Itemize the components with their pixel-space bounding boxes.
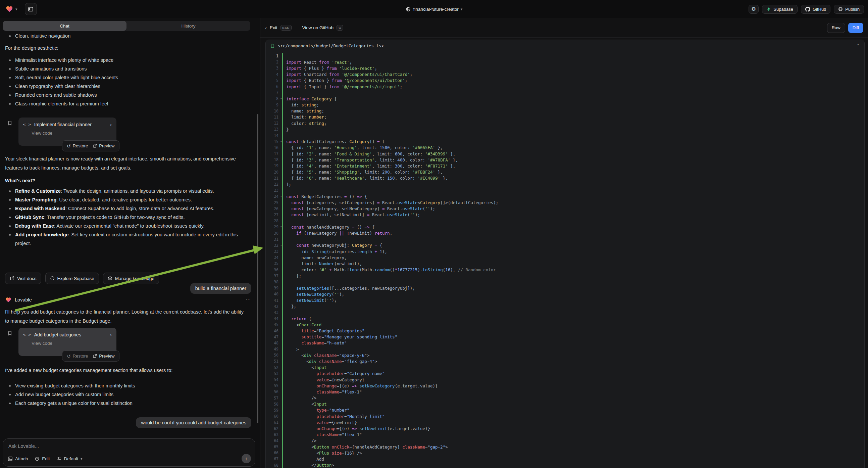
restore-button[interactable]: ↺ Restore [67, 353, 88, 359]
code-line[interactable]: 19 { id: '4', name: 'Entertainment', lim… [266, 163, 864, 169]
code-line[interactable]: 30 if (!newCategory || !newLimit) return… [266, 230, 864, 236]
fold-chevron-icon[interactable]: ▾ [280, 244, 282, 247]
code-line[interactable]: 35 limit: Number(newLimit), [266, 261, 864, 267]
code-line[interactable]: 16 { id: '1', name: 'Housing', limit: 15… [266, 145, 864, 151]
mode-select[interactable]: Default ▾ [57, 456, 83, 461]
code-line[interactable]: 37 }; [266, 273, 864, 279]
code-line[interactable]: 17 { id: '2', name: 'Food & Dining', lim… [266, 151, 864, 157]
code-line[interactable]: 33 id: String(categories.length + 1), [266, 248, 864, 255]
visit-docs-button[interactable]: Visit docs [5, 273, 41, 284]
code-line[interactable]: 25 const [categories, setCategories] = R… [266, 200, 864, 206]
code-line[interactable]: 34 name: newCategory, [266, 255, 864, 261]
code-line[interactable]: 55 onChange={(e) => setNewCategory(e.tar… [266, 383, 864, 389]
code-line[interactable]: 9 id: string; [266, 102, 864, 108]
code-line[interactable]: 59 type="number" [266, 407, 864, 413]
fold-chevron-icon[interactable]: ▾ [280, 97, 282, 100]
tab-history[interactable]: History [126, 21, 250, 31]
view-on-github-button[interactable]: View on GitHub G [302, 25, 343, 31]
code-line[interactable]: 57 /> [266, 395, 864, 401]
code-line[interactable]: 22]; [266, 181, 864, 187]
code-line[interactable]: 36 color: '#' + Math.floor(Math.random()… [266, 267, 864, 273]
code-line[interactable]: 49 > [266, 346, 864, 352]
code-line[interactable]: 41 setNewLimit(''); [266, 297, 864, 303]
settings-button[interactable]: ⚙ [749, 5, 758, 14]
explore-supabase-button[interactable]: Explore Supabase [45, 273, 99, 284]
code-line[interactable]: 18 { id: '3', name: 'Transportation', li… [266, 157, 864, 163]
chat-scrollbar[interactable] [257, 114, 258, 423]
code-line[interactable]: 65 <Button onClick={handleAddCategory} c… [266, 444, 864, 450]
fold-chevron-icon[interactable]: ▾ [280, 195, 282, 198]
code-line[interactable]: 14 [266, 132, 864, 138]
github-button[interactable]: GitHub [801, 5, 830, 14]
tab-chat[interactable]: Chat [3, 21, 126, 31]
code-line[interactable]: 39 setCategories([...categories, newCate… [266, 285, 864, 291]
code-line[interactable]: 1 [266, 53, 864, 59]
toggle-sidebar-button[interactable] [25, 3, 37, 15]
code-line[interactable]: 12 color: string; [266, 120, 864, 126]
code-line[interactable]: 27 const [newLimit, setNewLimit] = React… [266, 212, 864, 218]
code-line[interactable]: 13} [266, 126, 864, 132]
code-line[interactable]: 58 <Input [266, 401, 864, 407]
code-line[interactable]: 54 value={newCategory} [266, 377, 864, 383]
code-line[interactable]: 45 <ChartCard [266, 322, 864, 328]
more-options-icon[interactable]: ⋯ [246, 297, 251, 303]
fold-chevron-icon[interactable]: ▾ [280, 225, 282, 228]
code-line[interactable]: 31 [266, 236, 864, 242]
code-line[interactable]: 56 className="flex-1" [266, 389, 864, 395]
edit-button[interactable]: Edit [35, 456, 50, 461]
preview-button[interactable]: Preview [93, 353, 115, 358]
raw-button[interactable]: Raw [827, 23, 845, 33]
code-line[interactable]: 67 Add [266, 456, 864, 462]
chat-input[interactable]: Ask Lovable... [8, 443, 250, 449]
code-line[interactable]: 2import React from 'react'; [266, 59, 864, 65]
attach-button[interactable]: Attach [8, 456, 28, 461]
code-line[interactable]: 28 [266, 218, 864, 224]
view-code-link[interactable]: View code [32, 341, 112, 346]
code-line[interactable]: 8▾interface Category { [266, 96, 864, 102]
code-line[interactable]: 66 <Plus size={16} /> [266, 450, 864, 456]
code-line[interactable]: 62 onChange={(e) => setNewLimit(e.target… [266, 426, 864, 431]
publish-button[interactable]: Publish [834, 5, 864, 14]
code-line[interactable]: 53 placeholder="Category name" [266, 371, 864, 377]
view-code-link[interactable]: View code [32, 130, 112, 136]
code-line[interactable]: 38 [266, 279, 864, 285]
preview-button[interactable]: Preview [93, 143, 115, 148]
chat-composer[interactable]: Ask Lovable... Attach Edit [3, 438, 255, 467]
code-line[interactable]: 15▾const defaultCategories: Category[] =… [266, 139, 864, 145]
code-line[interactable]: 21 { id: '6', name: 'Healthcare', limit:… [266, 175, 864, 181]
code-line[interactable]: 5import { Button } from '@/components/ui… [266, 78, 864, 84]
code-editor[interactable]: 12import React from 'react';3import { Pl… [266, 52, 864, 468]
code-line[interactable]: 63 className="flex-1" [266, 432, 864, 438]
restore-button[interactable]: ↺ Restore [67, 143, 88, 149]
logo-caret-icon[interactable]: ▾ [16, 7, 18, 11]
code-line[interactable]: 10 name: string; [266, 108, 864, 114]
code-line[interactable]: 50 <div className="space-y-6"> [266, 352, 864, 358]
code-line[interactable]: 26 const [newCategory, setNewCategory] =… [266, 206, 864, 212]
fold-chevron-icon[interactable]: ▾ [280, 140, 282, 143]
code-line[interactable]: 44 return ( [266, 316, 864, 322]
code-line[interactable]: 60 placeholder="Monthly limit" [266, 413, 864, 419]
code-line[interactable]: 7 [266, 90, 864, 96]
project-switcher[interactable]: financial-future-creator ▾ [406, 0, 463, 18]
exit-button[interactable]: ‹ Exit ESC [265, 25, 291, 31]
bookmark-icon[interactable] [7, 330, 12, 336]
bookmark-icon[interactable] [7, 120, 12, 126]
manage-knowledge-button[interactable]: Manage knowledge [103, 273, 159, 284]
code-line[interactable]: 64 /> [266, 438, 864, 444]
code-line[interactable]: 51 <div className="flex gap-4"> [266, 358, 864, 364]
lovable-logo-icon[interactable] [5, 5, 13, 13]
code-line[interactable]: 43 [266, 310, 864, 316]
code-line[interactable]: 11 limit: number; [266, 114, 864, 120]
code-line[interactable]: 46 title="Budget Categories" [266, 328, 864, 334]
code-line[interactable]: 24▾const BudgetCategories = () => { [266, 194, 864, 199]
code-line[interactable]: 6import { Input } from '@/components/ui/… [266, 84, 864, 90]
supabase-button[interactable]: Supabase [762, 5, 798, 14]
file-header[interactable]: src/components/budget/BudgetCategories.t… [266, 40, 864, 52]
code-line[interactable]: 3import { Plus } from 'lucide-react'; [266, 65, 864, 71]
code-line[interactable]: 20 { id: '5', name: 'Shopping', limit: 2… [266, 169, 864, 175]
send-button[interactable]: ↑ [242, 454, 251, 463]
diff-button[interactable]: Diff [848, 23, 863, 33]
code-line[interactable]: 42 }; [266, 303, 864, 310]
code-line[interactable]: 32▾ const newCategoryObj: Category = { [266, 242, 864, 248]
code-line[interactable]: 29▾ const handleAddCategory = () => { [266, 224, 864, 230]
